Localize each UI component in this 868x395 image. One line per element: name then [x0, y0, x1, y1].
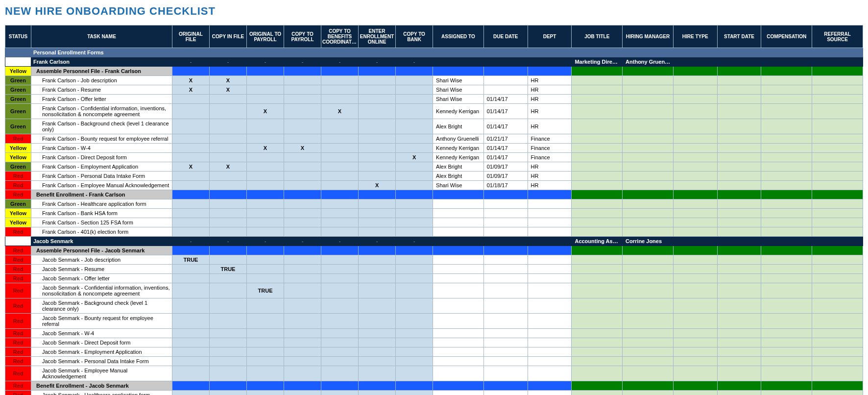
- check-cell[interactable]: [209, 181, 246, 190]
- green-cell[interactable]: [673, 391, 717, 395]
- green-cell[interactable]: [623, 265, 674, 274]
- dept-cell[interactable]: Finance: [528, 134, 572, 144]
- green-cell[interactable]: [572, 274, 623, 283]
- green-cell[interactable]: [761, 181, 812, 190]
- task-cell[interactable]: Jacob Senmark - Employee Manual Acknowle…: [31, 366, 172, 381]
- check-cell[interactable]: [209, 357, 246, 366]
- check-cell[interactable]: [247, 162, 284, 172]
- check-cell[interactable]: [321, 218, 359, 227]
- green-cell[interactable]: [673, 153, 717, 162]
- check-cell[interactable]: [284, 255, 321, 265]
- assigned-cell[interactable]: [433, 314, 484, 329]
- green-cell[interactable]: [812, 209, 863, 218]
- col-header[interactable]: HIRE TYPE: [673, 25, 717, 48]
- dept-cell[interactable]: [528, 209, 572, 218]
- green-cell[interactable]: [572, 76, 623, 85]
- assigned-cell[interactable]: Alex Bright: [433, 119, 484, 134]
- green-cell[interactable]: [717, 218, 761, 227]
- green-cell[interactable]: [812, 181, 863, 190]
- green-cell[interactable]: [572, 199, 623, 209]
- col-header[interactable]: DEPT: [528, 25, 572, 48]
- green-cell[interactable]: [572, 172, 623, 181]
- check-cell[interactable]: [396, 298, 433, 314]
- col-header[interactable]: JOB TITLE: [572, 25, 623, 48]
- assigned-cell[interactable]: [433, 347, 484, 357]
- green-cell[interactable]: [812, 255, 863, 265]
- green-cell[interactable]: [761, 347, 812, 357]
- check-cell[interactable]: [396, 357, 433, 366]
- check-cell[interactable]: [172, 265, 209, 274]
- check-cell[interactable]: [359, 85, 396, 95]
- green-cell[interactable]: [812, 347, 863, 357]
- green-cell[interactable]: [572, 347, 623, 357]
- green-cell[interactable]: [717, 95, 761, 104]
- green-cell[interactable]: [812, 227, 863, 237]
- green-cell[interactable]: [717, 172, 761, 181]
- green-cell[interactable]: [717, 134, 761, 144]
- check-cell[interactable]: [284, 85, 321, 95]
- green-cell[interactable]: [812, 366, 863, 381]
- green-cell[interactable]: [761, 172, 812, 181]
- green-cell[interactable]: [717, 298, 761, 314]
- dept-cell[interactable]: [528, 255, 572, 265]
- green-cell[interactable]: [623, 255, 674, 265]
- green-cell[interactable]: [623, 391, 674, 395]
- check-cell[interactable]: [247, 153, 284, 162]
- green-cell[interactable]: [812, 357, 863, 366]
- task-cell[interactable]: Frank Carlson - Resume: [31, 85, 172, 95]
- check-cell[interactable]: [284, 218, 321, 227]
- duedate-cell[interactable]: [483, 283, 528, 298]
- green-cell[interactable]: [572, 283, 623, 298]
- green-cell[interactable]: [673, 119, 717, 134]
- task-cell[interactable]: Jacob Senmark - Direct Deposit form: [31, 338, 172, 347]
- check-cell[interactable]: [172, 298, 209, 314]
- check-cell[interactable]: [359, 366, 396, 381]
- task-cell[interactable]: Frank Carlson - Personal Data Intake For…: [31, 172, 172, 181]
- duedate-cell[interactable]: [483, 209, 528, 218]
- check-cell[interactable]: [359, 298, 396, 314]
- check-cell[interactable]: [396, 104, 433, 119]
- green-cell[interactable]: [717, 76, 761, 85]
- duedate-cell[interactable]: 01/14/17: [483, 95, 528, 104]
- check-cell[interactable]: [321, 314, 359, 329]
- status-cell[interactable]: Red: [5, 357, 31, 366]
- green-cell[interactable]: [623, 104, 674, 119]
- green-cell[interactable]: [761, 366, 812, 381]
- assigned-cell[interactable]: [433, 329, 484, 338]
- green-cell[interactable]: [812, 119, 863, 134]
- green-cell[interactable]: [623, 95, 674, 104]
- dept-cell[interactable]: [528, 347, 572, 357]
- task-cell[interactable]: Jacob Senmark - Offer letter: [31, 274, 172, 283]
- assigned-cell[interactable]: Shari Wise: [433, 95, 484, 104]
- check-cell[interactable]: [396, 218, 433, 227]
- green-cell[interactable]: [673, 199, 717, 209]
- check-cell[interactable]: [247, 366, 284, 381]
- status-cell[interactable]: Red: [5, 347, 31, 357]
- check-cell[interactable]: [172, 95, 209, 104]
- check-cell[interactable]: [321, 162, 359, 172]
- check-cell[interactable]: [284, 283, 321, 298]
- check-cell[interactable]: [396, 391, 433, 395]
- check-cell[interactable]: [247, 76, 284, 85]
- check-cell[interactable]: [172, 314, 209, 329]
- status-cell[interactable]: Green: [5, 95, 31, 104]
- green-cell[interactable]: [572, 391, 623, 395]
- status-cell[interactable]: Red: [5, 134, 31, 144]
- green-cell[interactable]: [673, 255, 717, 265]
- green-cell[interactable]: [623, 172, 674, 181]
- green-cell[interactable]: [761, 85, 812, 95]
- duedate-cell[interactable]: 01/09/17: [483, 172, 528, 181]
- green-cell[interactable]: [717, 274, 761, 283]
- green-cell[interactable]: [673, 298, 717, 314]
- check-cell[interactable]: [209, 119, 246, 134]
- check-cell[interactable]: [321, 209, 359, 218]
- duedate-cell[interactable]: [483, 347, 528, 357]
- check-cell[interactable]: [172, 119, 209, 134]
- status-cell[interactable]: Green: [5, 119, 31, 134]
- check-cell[interactable]: X: [172, 76, 209, 85]
- task-cell[interactable]: Jacob Senmark - W-4: [31, 329, 172, 338]
- dept-cell[interactable]: [528, 227, 572, 237]
- dept-cell[interactable]: [528, 283, 572, 298]
- green-cell[interactable]: [812, 104, 863, 119]
- check-cell[interactable]: [209, 255, 246, 265]
